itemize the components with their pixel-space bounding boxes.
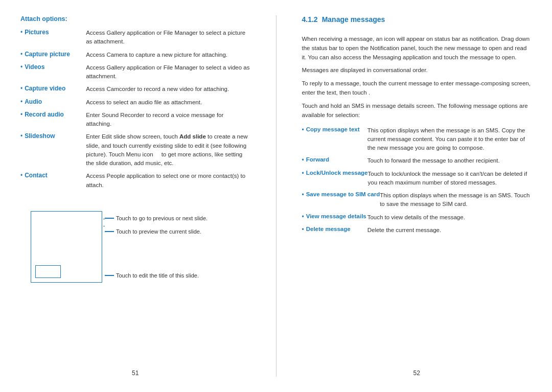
section-title: Manage messages	[322, 15, 385, 24]
list-item: • Copy message text This option displays…	[302, 126, 532, 153]
attach-options-title: Attach options:	[20, 15, 250, 22]
bullet-icon: •	[20, 85, 22, 92]
left-page: Attach options: • Pictures Access Galler…	[20, 15, 250, 377]
intro-text-1: When receiving a message, an icon will a…	[302, 35, 532, 62]
list-item: • Save message to SIM card This option d…	[302, 191, 532, 209]
attach-options-list: • Pictures Access Gallery application or…	[20, 29, 250, 194]
bullet-icon: •	[20, 29, 22, 36]
item-desc-audio: Access to select an audio file as attach…	[86, 98, 250, 107]
bullet-icon: •	[302, 213, 304, 220]
page-number-left: 51	[132, 370, 139, 377]
item-label-capture-picture: Capture picture	[25, 51, 86, 58]
annotation-dash-2	[105, 231, 114, 232]
list-item: • Record audio Enter Sound Recorder to r…	[20, 111, 250, 129]
option-label-delete: Delete message	[306, 226, 367, 232]
option-label-copy: Copy message text	[306, 126, 367, 132]
item-desc-record-audio: Enter Sound Recorder to record a voice m…	[86, 111, 250, 129]
connector-line-1	[103, 219, 105, 220]
annotation-row-2: Touch to preview the current slide.	[105, 228, 208, 235]
option-desc-view-details: Touch to view details of the message.	[367, 213, 532, 222]
bullet-icon: •	[302, 191, 304, 198]
item-label-audio: Audio	[25, 98, 86, 105]
bullet-icon: •	[20, 132, 22, 140]
bullet-icon: •	[20, 51, 22, 58]
intro-text-3: To reply to a message, touch the current…	[302, 79, 532, 98]
item-desc-capture-video: Access Camcorder to record a new video f…	[86, 85, 250, 94]
option-label-view-details: View message details	[306, 213, 367, 219]
page-number-right: 52	[413, 370, 420, 377]
item-label-slideshow: Slideshow	[25, 132, 86, 140]
bullet-icon: •	[20, 98, 22, 105]
list-item: • Lock/Unlock message Touch to lock/unlo…	[302, 170, 532, 188]
list-item: • Audio Access to select an audio file a…	[20, 98, 250, 107]
bullet-icon: •	[20, 111, 22, 118]
annotation-dash-3	[105, 275, 114, 276]
bullet-icon: •	[302, 226, 304, 233]
list-item: • Videos Access Gallery application or F…	[20, 63, 250, 81]
item-label-contact: Contact	[25, 172, 86, 179]
option-desc-forward: Touch to forward the message to another …	[367, 156, 532, 165]
option-desc-lockunlock: Touch to lock/unlock the message so it c…	[368, 170, 532, 188]
list-item: • Capture picture Access Camera to captu…	[20, 51, 250, 59]
section-number: 4.1.2	[302, 15, 318, 24]
slideshow-diagram: Touch to go to previous or next slide. T…	[20, 201, 250, 283]
message-options-list: • Copy message text This option displays…	[302, 126, 532, 239]
item-desc-slideshow: Enter Edit slide show screen, touch Add …	[86, 132, 250, 168]
intro-text-2: Messages are displayed in conversational…	[302, 66, 532, 75]
bullet-icon: •	[302, 170, 304, 177]
item-label-videos: Videos	[25, 63, 86, 71]
option-label-lockunlock: Lock/Unlock message	[306, 170, 368, 176]
annotation-text-1: Touch to go to previous or next slide.	[116, 215, 208, 221]
option-desc-delete: Delete the current message.	[367, 226, 532, 235]
item-label-capture-video: Capture video	[25, 85, 86, 92]
annotation-text-2: Touch to preview the current slide.	[116, 228, 201, 235]
option-label-forward: Forward	[306, 156, 367, 163]
option-desc-copy: This option displays when the message is…	[367, 126, 532, 153]
item-desc-pictures: Access Gallery application or File Manag…	[86, 29, 250, 47]
right-page: 4.1.2 Manage messages When receiving a m…	[302, 15, 532, 377]
list-item: • Forward Touch to forward the message t…	[302, 156, 532, 165]
item-desc-capture-picture: Access Camera to capture a new picture f…	[86, 51, 250, 59]
list-item: • Delete message Delete the current mess…	[302, 226, 532, 235]
item-desc-videos: Access Gallery application or File Manag…	[86, 63, 250, 81]
list-item: • Contact Access People application to s…	[20, 172, 250, 190]
bullet-icon: •	[20, 172, 22, 179]
item-label-record-audio: Record audio	[25, 111, 86, 118]
option-label-save-sim: Save message to SIM card	[306, 191, 380, 197]
option-desc-save-sim: This option displays when the message is…	[380, 191, 532, 209]
list-item: • View message details Touch to view det…	[302, 213, 532, 222]
annotation-row-1: Touch to go to previous or next slide.	[105, 215, 208, 221]
diagram-outer-box	[31, 211, 102, 283]
list-item: • Slideshow Enter Edit slide show screen…	[20, 132, 250, 168]
diagram-inner-box	[35, 265, 61, 278]
bullet-icon: •	[20, 63, 22, 71]
annotation-dash-1	[105, 218, 114, 219]
item-desc-contact: Access People application to select one …	[86, 172, 250, 190]
intro-text-4: Touch and hold an SMS in message details…	[302, 102, 532, 120]
bullet-icon: •	[302, 156, 304, 164]
item-label-pictures: Pictures	[25, 29, 86, 36]
page-divider	[276, 15, 277, 377]
connector-line-2	[103, 226, 105, 227]
annotation-text-3: Touch to edit the title of this slide.	[116, 272, 199, 279]
list-item: • Capture video Access Camcorder to reco…	[20, 85, 250, 94]
list-item: • Pictures Access Gallery application or…	[20, 29, 250, 47]
section-header: 4.1.2 Manage messages	[302, 15, 532, 30]
bullet-icon: •	[302, 126, 304, 133]
